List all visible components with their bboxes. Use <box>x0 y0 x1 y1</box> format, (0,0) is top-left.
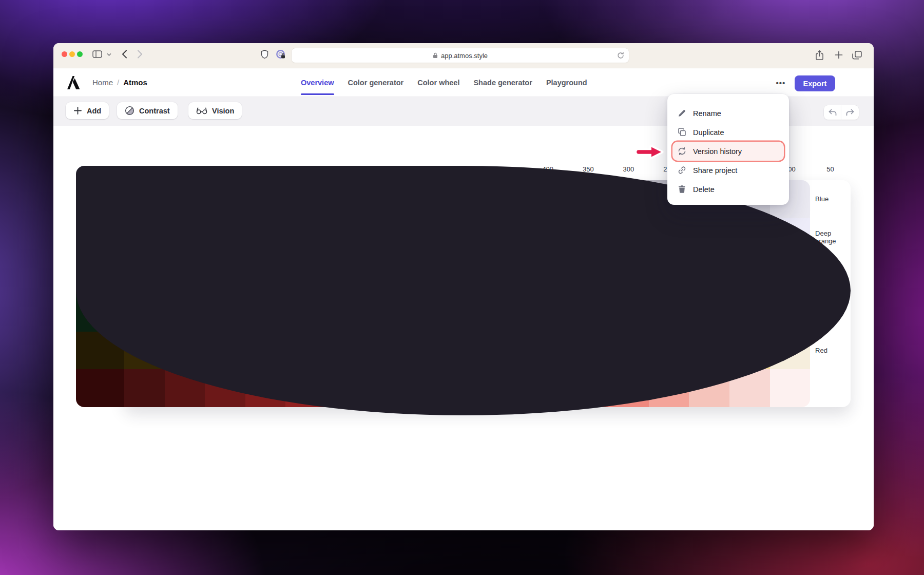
redo-button[interactable] <box>841 105 859 120</box>
vision-button[interactable]: Vision <box>188 102 242 119</box>
duplicate-icon <box>678 128 686 137</box>
tab-overview[interactable]: Overview <box>301 68 334 97</box>
history-group <box>824 105 859 120</box>
add-button[interactable]: Add <box>66 102 109 119</box>
contrast-label: Contrast <box>139 107 170 115</box>
contrast-button[interactable]: Contrast <box>117 102 178 119</box>
menu-item-version-history[interactable]: Version history <box>672 142 784 161</box>
browser-window: app.atmos.style <box>53 43 874 530</box>
breadcrumb-home[interactable]: Home <box>92 78 113 87</box>
add-label: Add <box>87 107 101 115</box>
export-button[interactable]: Export <box>795 75 835 91</box>
close-window-button[interactable] <box>62 51 67 57</box>
swatch-red-900[interactable] <box>76 369 124 407</box>
show-tabs-icon[interactable] <box>852 51 862 60</box>
vision-label: Vision <box>212 107 234 115</box>
browser-chrome: app.atmos.style <box>53 43 874 68</box>
link-icon <box>678 166 686 175</box>
url-text: app.atmos.style <box>441 52 488 60</box>
undo-button[interactable] <box>824 105 841 120</box>
forward-button[interactable] <box>137 50 143 59</box>
minimize-window-button[interactable] <box>69 51 75 57</box>
app-navbar: Home / Atmos OverviewColor generatorColo… <box>53 68 874 97</box>
breadcrumb-current: Atmos <box>123 78 147 87</box>
breadcrumb-separator: / <box>117 78 119 87</box>
menu-item-share-project[interactable]: Share project <box>672 161 784 180</box>
tab-playground[interactable]: Playground <box>546 68 587 97</box>
new-tab-icon[interactable] <box>835 51 843 59</box>
sidebar-toggle-icon[interactable] <box>92 50 102 58</box>
plus-icon <box>73 106 82 115</box>
chevron-down-icon[interactable] <box>107 53 111 56</box>
privacy-report-icon[interactable] <box>276 49 286 60</box>
context-menu: RenameDuplicateVersion historyShare proj… <box>667 94 789 205</box>
menu-item-delete[interactable]: Delete <box>672 180 784 199</box>
menu-item-label: Delete <box>693 185 715 194</box>
more-options-button[interactable]: ••• <box>771 75 791 90</box>
menu-item-label: Share project <box>693 166 737 175</box>
menu-item-duplicate[interactable]: Duplicate <box>672 123 784 142</box>
tab-color-generator[interactable]: Color generator <box>348 68 404 97</box>
contrast-icon <box>125 106 134 116</box>
row-label-blue: Blue <box>810 180 851 218</box>
nav-tabs: OverviewColor generatorColor wheelShade … <box>301 68 587 97</box>
zoom-window-button[interactable] <box>77 51 83 57</box>
reload-icon[interactable] <box>617 52 624 61</box>
pencil-icon <box>678 109 686 118</box>
back-button[interactable] <box>122 50 127 59</box>
swatch-red-50[interactable] <box>770 369 811 407</box>
share-icon[interactable] <box>815 50 824 61</box>
trash-icon <box>678 185 686 194</box>
column-header-50: 50 <box>810 158 851 180</box>
glasses-icon <box>196 107 207 114</box>
annotation-arrow <box>636 144 664 162</box>
menu-item-label: Version history <box>693 147 742 156</box>
version-history-icon <box>678 147 686 156</box>
breadcrumb: Home / Atmos <box>92 68 147 97</box>
shield-icon[interactable] <box>261 50 268 59</box>
address-bar[interactable]: app.atmos.style <box>292 48 629 63</box>
menu-item-rename[interactable]: Rename <box>672 104 784 123</box>
tab-shade-generator[interactable]: Shade generator <box>473 68 532 97</box>
tab-color-wheel[interactable]: Color wheel <box>417 68 459 97</box>
atmos-logo[interactable] <box>66 75 81 90</box>
lock-icon <box>433 52 438 59</box>
menu-item-label: Rename <box>693 109 721 118</box>
swatch-red-850[interactable] <box>124 369 165 407</box>
menu-item-label: Duplicate <box>693 128 724 137</box>
